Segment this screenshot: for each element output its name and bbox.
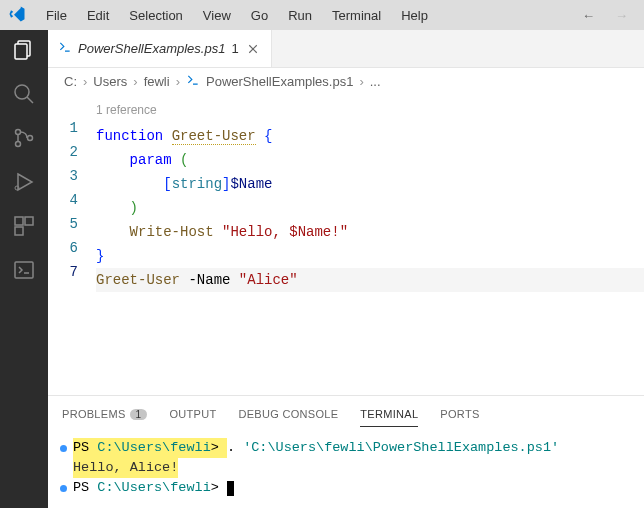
line-gutter: 1 2 3 4 5 6 7 xyxy=(48,98,96,395)
svg-point-4 xyxy=(16,130,21,135)
crumb[interactable]: C: xyxy=(64,74,77,89)
svg-rect-12 xyxy=(15,262,33,278)
run-debug-icon[interactable] xyxy=(12,170,36,194)
svg-rect-10 xyxy=(25,217,33,225)
search-icon[interactable] xyxy=(12,82,36,106)
menu-edit[interactable]: Edit xyxy=(79,4,117,27)
tab-dirty-indicator: 1 xyxy=(231,41,238,56)
vscode-logo-icon xyxy=(8,5,26,26)
svg-line-3 xyxy=(27,97,33,103)
chevron-right-icon: › xyxy=(176,74,180,89)
tab-label: PowerShellExamples.ps1 xyxy=(78,41,225,56)
tab-close-icon[interactable] xyxy=(245,41,261,57)
chevron-right-icon: › xyxy=(133,74,137,89)
crumb[interactable]: ... xyxy=(370,74,381,89)
menu-file[interactable]: File xyxy=(38,4,75,27)
menubar: File Edit Selection View Go Run Terminal… xyxy=(0,0,644,30)
powershell-file-icon xyxy=(58,40,72,57)
bottom-panel: PROBLEMS1 OUTPUT DEBUG CONSOLE TERMINAL … xyxy=(48,395,644,508)
editor-tab[interactable]: PowerShellExamples.ps1 1 xyxy=(48,30,272,67)
extensions-icon[interactable] xyxy=(12,214,36,238)
tab-problems[interactable]: PROBLEMS1 xyxy=(62,402,147,426)
source-control-icon[interactable] xyxy=(12,126,36,150)
svg-point-5 xyxy=(16,142,21,147)
breadcrumb[interactable]: C: › Users › fewli › PowerShellExamples.… xyxy=(48,68,644,94)
tab-output[interactable]: OUTPUT xyxy=(169,402,216,426)
menu-run[interactable]: Run xyxy=(280,4,320,27)
code-editor[interactable]: 1 2 3 4 5 6 7 1 reference function Greet… xyxy=(48,94,644,395)
codelens[interactable]: 1 reference xyxy=(96,98,644,122)
tab-terminal[interactable]: TERMINAL xyxy=(360,402,418,427)
terminal-cursor xyxy=(227,481,234,496)
svg-rect-11 xyxy=(15,227,23,235)
crumb[interactable]: PowerShellExamples.ps1 xyxy=(206,74,353,89)
svg-point-2 xyxy=(15,85,29,99)
terminal-output: Hello, Alice! xyxy=(73,458,178,478)
menu-go[interactable]: Go xyxy=(243,4,276,27)
tab-ports[interactable]: PORTS xyxy=(440,402,479,426)
problems-count-badge: 1 xyxy=(130,409,148,420)
svg-rect-9 xyxy=(15,217,23,225)
bullet-icon xyxy=(60,485,67,492)
svg-point-6 xyxy=(28,136,33,141)
activity-bar xyxy=(0,30,48,508)
svg-rect-1 xyxy=(15,44,27,59)
nav-back-icon[interactable]: ← xyxy=(574,4,603,27)
powershell-file-icon xyxy=(186,73,200,90)
tab-debug-console[interactable]: DEBUG CONSOLE xyxy=(238,402,338,426)
menu-selection[interactable]: Selection xyxy=(121,4,190,27)
panel-tabs: PROBLEMS1 OUTPUT DEBUG CONSOLE TERMINAL … xyxy=(48,396,644,432)
chevron-right-icon: › xyxy=(359,74,363,89)
terminal[interactable]: PS C:\Users\fewli> . 'C:\Users\fewli\Pow… xyxy=(48,432,644,508)
menu-help[interactable]: Help xyxy=(393,4,436,27)
svg-marker-7 xyxy=(18,174,32,190)
crumb[interactable]: Users xyxy=(93,74,127,89)
crumb[interactable]: fewli xyxy=(144,74,170,89)
code-content[interactable]: 1 reference function Greet-User { param … xyxy=(96,98,644,395)
bullet-icon xyxy=(60,445,67,452)
nav-forward-icon[interactable]: → xyxy=(607,4,636,27)
menu-view[interactable]: View xyxy=(195,4,239,27)
explorer-icon[interactable] xyxy=(12,38,36,62)
terminal-panel-icon[interactable] xyxy=(12,258,36,282)
chevron-right-icon: › xyxy=(83,74,87,89)
menu-terminal[interactable]: Terminal xyxy=(324,4,389,27)
tab-bar: PowerShellExamples.ps1 1 xyxy=(48,30,644,68)
